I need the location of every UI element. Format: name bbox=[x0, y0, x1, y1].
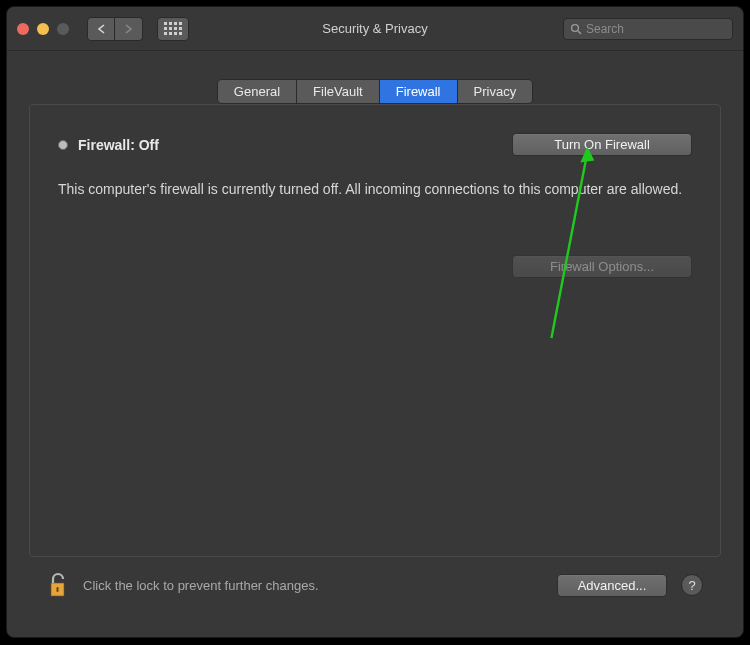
lock-hint-text: Click the lock to prevent further change… bbox=[83, 578, 319, 593]
tab-bar: General FileVault Firewall Privacy bbox=[7, 79, 743, 104]
preferences-window: Security & Privacy General FileVault Fir… bbox=[6, 6, 744, 638]
footer: Click the lock to prevent further change… bbox=[47, 571, 703, 599]
help-button[interactable]: ? bbox=[681, 574, 703, 596]
search-icon bbox=[570, 23, 582, 35]
help-icon: ? bbox=[688, 578, 695, 593]
chevron-left-icon bbox=[97, 24, 106, 34]
advanced-button[interactable]: Advanced... bbox=[557, 574, 667, 597]
svg-line-1 bbox=[578, 31, 581, 34]
firewall-description: This computer's firewall is currently tu… bbox=[58, 180, 692, 199]
window-controls bbox=[17, 23, 69, 35]
apps-grid-icon bbox=[164, 22, 182, 35]
tab-general[interactable]: General bbox=[218, 80, 297, 103]
titlebar: Security & Privacy bbox=[7, 7, 743, 51]
svg-rect-2 bbox=[57, 587, 59, 592]
svg-point-0 bbox=[572, 24, 579, 31]
firewall-status-label: Firewall: Off bbox=[78, 137, 159, 153]
firewall-group: Firewall: Off Turn On Firewall This comp… bbox=[29, 104, 721, 557]
tab-privacy[interactable]: Privacy bbox=[458, 80, 533, 103]
tab-firewall[interactable]: Firewall bbox=[380, 80, 458, 103]
tab-filevault[interactable]: FileVault bbox=[297, 80, 380, 103]
nav-buttons bbox=[87, 17, 143, 41]
forward-button[interactable] bbox=[115, 17, 143, 41]
content-pane: Firewall: Off Turn On Firewall This comp… bbox=[25, 114, 725, 619]
close-window-button[interactable] bbox=[17, 23, 29, 35]
lock-open-icon bbox=[47, 571, 69, 599]
zoom-window-button[interactable] bbox=[57, 23, 69, 35]
back-button[interactable] bbox=[87, 17, 115, 41]
firewall-status-row: Firewall: Off Turn On Firewall bbox=[58, 133, 692, 156]
chevron-right-icon bbox=[124, 24, 133, 34]
show-all-button[interactable] bbox=[157, 17, 189, 41]
turn-on-firewall-button[interactable]: Turn On Firewall bbox=[512, 133, 692, 156]
minimize-window-button[interactable] bbox=[37, 23, 49, 35]
search-field[interactable] bbox=[563, 18, 733, 40]
firewall-options-button: Firewall Options... bbox=[512, 255, 692, 278]
lock-button[interactable] bbox=[47, 571, 69, 599]
status-indicator-icon bbox=[58, 140, 68, 150]
search-input[interactable] bbox=[586, 22, 726, 36]
